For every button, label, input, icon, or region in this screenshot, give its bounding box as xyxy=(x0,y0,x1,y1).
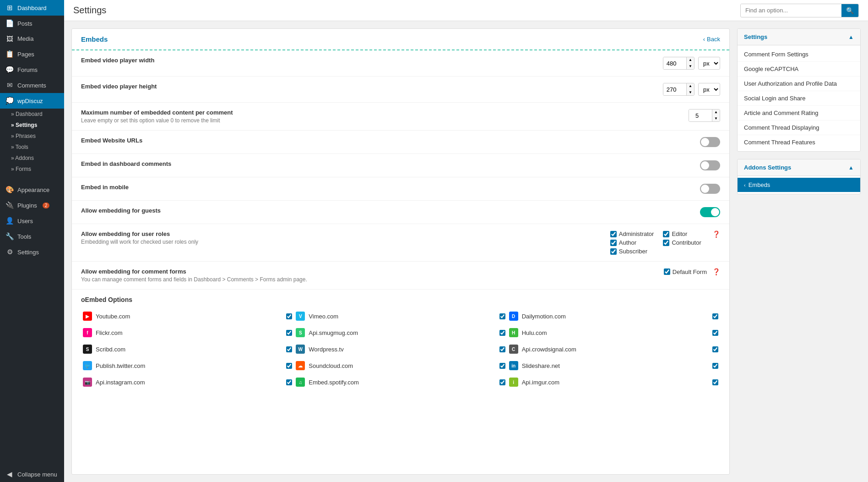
sidebar-item-appearance[interactable]: 🎨 Appearance xyxy=(0,182,64,197)
embed-height-input[interactable]: 270 xyxy=(663,83,686,95)
sidebar-item-tools[interactable]: 🔧 Tools xyxy=(0,229,64,244)
sidebar-item-settings[interactable]: ⚙ Settings xyxy=(0,244,64,260)
panel-title: Embeds xyxy=(81,35,108,43)
oembed-flickr: f Flickr.com xyxy=(81,324,294,341)
role-administrator-checkbox[interactable] xyxy=(610,231,617,237)
sidebar-sub-phrases[interactable]: » Phrases xyxy=(0,131,64,142)
wpdiscuz-icon: 💭 xyxy=(5,97,14,105)
sidebar-item-comments[interactable]: ✉ Comments xyxy=(0,77,64,93)
sidebar-item-forums[interactable]: 💬 Forums xyxy=(0,62,64,77)
sidebar-item-users[interactable]: 👤 Users xyxy=(0,213,64,229)
oembed-dailymotion: D Dailymotion.com xyxy=(507,308,720,324)
spotify-checkbox[interactable] xyxy=(499,379,505,385)
embed-max-label: Maximum number of embedded content per c… xyxy=(81,109,310,116)
sidebar-sub-dashboard[interactable]: » Dashboard xyxy=(0,109,64,120)
sidebar-sub-tools[interactable]: » Tools xyxy=(0,142,64,153)
flickr-checkbox[interactable] xyxy=(286,330,292,336)
instagram-icon: 📷 xyxy=(83,378,92,387)
youtube-checkbox[interactable] xyxy=(286,313,292,319)
crowdsignal-icon: C xyxy=(509,345,518,354)
right-item-comment-form[interactable]: Comment Form Settings xyxy=(738,47,860,62)
role-author-checkbox[interactable] xyxy=(610,240,617,246)
right-item-thread-displaying[interactable]: Comment Thread Displaying xyxy=(738,120,860,135)
instagram-checkbox[interactable] xyxy=(286,379,292,385)
embed-height-down[interactable]: ▼ xyxy=(687,89,694,96)
sidebar-item-plugins[interactable]: 🔌 Plugins 2 xyxy=(0,197,64,213)
search-box: 🔍 xyxy=(740,4,859,17)
embed-height-up[interactable]: ▲ xyxy=(687,83,694,89)
center-panel: Embeds ‹ Back Embed video player width 4… xyxy=(71,28,730,475)
hulu-checkbox[interactable] xyxy=(712,330,718,336)
role-contributor-checkbox[interactable] xyxy=(663,240,669,246)
search-input[interactable] xyxy=(741,4,841,16)
plugins-badge: 2 xyxy=(43,203,50,208)
embed-max-desc: Leave empty or set this option value 0 t… xyxy=(81,117,310,124)
sidebar-item-collapse[interactable]: ◀ Collapse menu xyxy=(0,466,64,482)
right-item-embeds[interactable]: ‹ Embeds xyxy=(738,178,860,192)
role-author: Author xyxy=(610,239,654,246)
addons-right-header[interactable]: Addons Settings ▲ xyxy=(738,159,860,176)
right-item-thread-features[interactable]: Comment Thread Features xyxy=(738,135,860,149)
slideshare-checkbox[interactable] xyxy=(712,363,718,369)
sidebar-sub-settings[interactable]: » Settings xyxy=(0,120,64,131)
embed-urls-toggle[interactable] xyxy=(700,137,720,147)
embed-max-row: Maximum number of embedded content per c… xyxy=(72,103,729,131)
role-editor: Editor xyxy=(663,230,707,237)
crowdsignal-checkbox[interactable] xyxy=(712,346,718,352)
soundcloud-checkbox[interactable] xyxy=(499,363,505,369)
users-icon: 👤 xyxy=(5,217,14,225)
embed-width-up[interactable]: ▲ xyxy=(687,57,694,63)
embed-guests-control xyxy=(700,207,720,217)
right-item-rating[interactable]: Article and Comment Rating xyxy=(738,106,860,120)
embed-dashboard-slider xyxy=(700,160,720,170)
plugins-icon: 🔌 xyxy=(5,201,14,209)
sidebar-sub-addons[interactable]: » Addons xyxy=(0,153,64,164)
embed-width-down[interactable]: ▼ xyxy=(687,63,694,70)
forms-help-icon[interactable]: ❓ xyxy=(712,268,720,275)
settings-right-header[interactable]: Settings ▲ xyxy=(738,29,860,45)
embed-guests-toggle[interactable] xyxy=(700,207,720,217)
embed-max-up[interactable]: ▲ xyxy=(712,109,720,115)
oembed-slideshare: in Slideshare.net xyxy=(507,357,720,374)
embed-width-unit[interactable]: px % xyxy=(698,57,720,70)
sidebar-item-pages[interactable]: 📋 Pages xyxy=(0,46,64,62)
embed-height-input-wrap: 270 ▲ ▼ xyxy=(663,83,694,96)
twitter-checkbox[interactable] xyxy=(286,363,292,369)
embed-height-row: Embed video player height 270 ▲ ▼ px % xyxy=(72,77,729,103)
scribd-checkbox[interactable] xyxy=(286,346,292,352)
sidebar-sub-forms[interactable]: » Forms xyxy=(0,164,64,175)
sidebar-item-posts[interactable]: 📄 Posts xyxy=(0,16,64,31)
dailymotion-checkbox[interactable] xyxy=(712,313,718,319)
embed-max-down[interactable]: ▼ xyxy=(712,115,720,122)
embed-mobile-toggle[interactable] xyxy=(700,184,720,194)
oembed-vimeo: V Vimeo.com xyxy=(294,308,507,324)
role-subscriber-checkbox[interactable] xyxy=(610,248,617,255)
spotify-icon: ♫ xyxy=(296,378,305,387)
right-item-social-login[interactable]: Social Login and Share xyxy=(738,91,860,106)
sidebar-item-dashboard[interactable]: ⊞ Dashboard xyxy=(0,0,64,16)
wordpress-checkbox[interactable] xyxy=(499,346,505,352)
right-item-user-auth[interactable]: User Authorization and Profile Data xyxy=(738,77,860,91)
smugmug-checkbox[interactable] xyxy=(499,330,505,336)
embed-width-input[interactable]: 480 xyxy=(663,57,686,69)
embed-max-input[interactable]: 5 xyxy=(689,110,712,121)
oembed-soundcloud: ☁ Soundcloud.com xyxy=(294,357,507,374)
embed-forms-row: Allow embedding for comment forms You ca… xyxy=(72,262,729,290)
embed-dashboard-toggle[interactable] xyxy=(700,160,720,170)
embed-forms-label: Allow embedding for comment forms xyxy=(81,268,310,275)
role-editor-checkbox[interactable] xyxy=(663,231,669,237)
embed-height-unit[interactable]: px % xyxy=(698,83,720,96)
dashboard-icon: ⊞ xyxy=(5,4,14,12)
sidebar-item-wpdiscuz[interactable]: 💭 wpDiscuz xyxy=(0,93,64,109)
vimeo-icon: V xyxy=(296,312,305,321)
search-button[interactable]: 🔍 xyxy=(841,4,858,17)
vimeo-checkbox[interactable] xyxy=(499,313,505,319)
embed-height-arrows: ▲ ▼ xyxy=(686,83,694,96)
back-link[interactable]: ‹ Back xyxy=(703,36,720,43)
roles-help-icon[interactable]: ❓ xyxy=(712,230,720,238)
right-item-recaptcha[interactable]: Google reCAPTCHA xyxy=(738,62,860,77)
hulu-icon: H xyxy=(509,328,518,337)
form-default-checkbox[interactable] xyxy=(664,268,670,275)
sidebar-item-media[interactable]: 🖼 Media xyxy=(0,31,64,46)
imgur-checkbox[interactable] xyxy=(712,379,718,385)
